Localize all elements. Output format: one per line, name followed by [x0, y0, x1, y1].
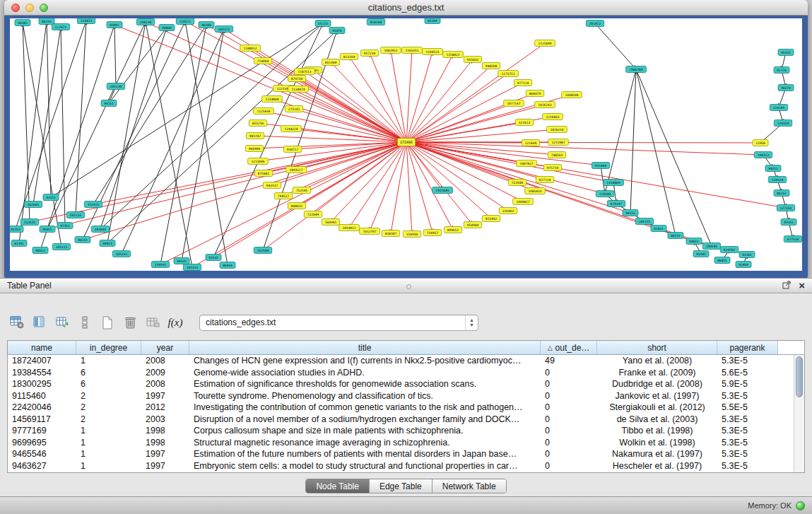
network-node[interactable]: 152915: [84, 201, 102, 208]
network-node[interactable]: 91565: [739, 252, 755, 258]
network-node[interactable]: 1160525: [423, 49, 443, 55]
table-row[interactable]: 946362711997Embryonic stem cells: a mode…: [8, 460, 794, 472]
network-node[interactable]: 96100: [199, 22, 214, 28]
network-node[interactable]: 114145: [770, 105, 787, 111]
network-node[interactable]: 1154469: [604, 180, 624, 186]
panel-resize-handle[interactable]: [406, 284, 411, 289]
column-header-title[interactable]: title: [189, 341, 541, 354]
network-node[interactable]: 124354: [774, 120, 792, 127]
network-node[interactable]: 930717: [283, 146, 301, 153]
network-node[interactable]: 275141: [285, 106, 302, 112]
network-node[interactable]: 97351: [57, 223, 73, 229]
table-row[interactable]: 946554611997Estimation of the future num…: [8, 448, 794, 460]
network-node[interactable]: 95470: [329, 28, 345, 34]
network-node[interactable]: 1915445: [433, 187, 453, 194]
network-node[interactable]: 924502: [720, 247, 738, 253]
network-node[interactable]: 95015: [40, 226, 55, 233]
network-node[interactable]: 875881: [254, 170, 272, 177]
network-node[interactable]: 679197: [607, 201, 625, 207]
network-node[interactable]: 121609: [522, 140, 539, 146]
network-node[interactable]: 105113: [52, 244, 70, 250]
network-node[interactable]: 86151: [774, 190, 789, 197]
network-node[interactable]: 94151: [765, 165, 781, 172]
network-node[interactable]: 879730: [288, 76, 305, 82]
network-node[interactable]: 942537: [263, 182, 281, 189]
network-node[interactable]: 1048508: [562, 92, 582, 98]
network-node[interactable]: 752545: [293, 187, 310, 194]
network-node[interactable]: 94235: [174, 258, 189, 264]
network-node[interactable]: 868479: [526, 90, 543, 97]
network-node[interactable]: 321613: [515, 119, 533, 126]
network-node[interactable]: 92153: [10, 226, 23, 233]
network-node[interactable]: 1125449: [535, 40, 555, 47]
column-header-name[interactable]: name: [8, 341, 76, 354]
network-node[interactable]: 96131: [75, 237, 90, 243]
network-node[interactable]: 83091: [107, 22, 122, 28]
network-node[interactable]: 748503: [548, 152, 565, 158]
network-node[interactable]: 1163251: [402, 47, 423, 54]
network-node[interactable]: 105131: [112, 251, 130, 257]
column-header-pagerank[interactable]: pagerank: [717, 341, 778, 354]
network-node[interactable]: 265371: [215, 26, 233, 33]
network-node[interactable]: 91774: [774, 67, 789, 74]
table-row[interactable]: 911546021997Tourette syndrome. Phenomeno…: [8, 390, 794, 402]
network-node[interactable]: 94155: [623, 210, 638, 216]
network-node[interactable]: 957234: [360, 50, 378, 57]
map-table-icon[interactable]: [143, 313, 163, 332]
network-node[interactable]: 1211987: [548, 139, 569, 146]
column-header-year[interactable]: year: [141, 341, 189, 354]
network-node[interactable]: 94651: [686, 238, 702, 245]
network-node[interactable]: 90513: [33, 247, 48, 254]
network-node[interactable]: 1966784: [626, 66, 647, 73]
close-panel-icon[interactable]: ×: [799, 281, 805, 291]
network-node[interactable]: 714004: [254, 58, 271, 64]
network-node[interactable]: 754957: [423, 230, 441, 236]
float-panel-icon[interactable]: [782, 280, 792, 291]
network-node[interactable]: 109313: [754, 152, 772, 158]
network-node[interactable]: 1016743: [535, 102, 555, 108]
network-node[interactable]: 818104: [367, 19, 384, 25]
network-node[interactable]: 1062952: [381, 47, 401, 54]
network-node[interactable]: 119413: [77, 18, 95, 24]
network-node[interactable]: 855256: [249, 120, 266, 127]
network-node[interactable]: 915460: [592, 163, 609, 169]
network-node[interactable]: 94913: [100, 240, 115, 247]
network-node[interactable]: 86515: [668, 233, 683, 239]
network-node[interactable]: 955832: [464, 57, 481, 63]
network-node[interactable]: 1125430: [254, 108, 274, 115]
tab-node-table[interactable]: Node Table: [306, 479, 369, 493]
network-node[interactable]: 1054911: [339, 225, 360, 231]
network-node[interactable]: 205130: [107, 83, 124, 90]
network-node[interactable]: 109545: [702, 243, 720, 250]
tab-network-table[interactable]: Network Table: [432, 479, 506, 493]
network-node[interactable]: 91655: [651, 226, 666, 232]
network-node[interactable]: 95155: [778, 49, 794, 56]
network-node[interactable]: 983747: [246, 133, 264, 139]
network-node[interactable]: 86455: [714, 257, 730, 264]
table-row[interactable]: 977716911998Corpus callosum shape and si…: [8, 425, 794, 437]
new-table-icon[interactable]: [98, 313, 117, 332]
network-node[interactable]: 86454: [220, 262, 235, 269]
column-header-in_degree[interactable]: in_degree: [76, 341, 141, 354]
network-node[interactable]: 1244224: [281, 126, 302, 132]
network-node[interactable]: 120554: [768, 177, 786, 183]
network-node[interactable]: 261472: [586, 21, 604, 27]
network-node[interactable]: 316463: [499, 208, 517, 214]
row-height-icon[interactable]: [75, 313, 95, 332]
network-node[interactable]: 915492: [482, 216, 500, 222]
network-node[interactable]: 105155: [635, 218, 653, 225]
network-node[interactable]: 1216463: [543, 114, 563, 120]
network-node[interactable]: 1007427: [517, 160, 537, 167]
network-node[interactable]: 794527: [274, 193, 292, 199]
network-node[interactable]: 152635: [20, 219, 38, 226]
network-node[interactable]: 203695: [91, 226, 109, 233]
delete-table-icon[interactable]: [120, 313, 140, 332]
network-node[interactable]: 262605: [24, 201, 42, 208]
network-node[interactable]: 81391: [11, 240, 27, 247]
column-visibility-icon[interactable]: [30, 313, 49, 332]
vertical-scrollbar[interactable]: [794, 355, 804, 472]
network-node[interactable]: 954900: [464, 222, 481, 228]
table-row[interactable]: 2242004622012Investigating the contribut…: [8, 402, 794, 414]
import-table-icon[interactable]: [52, 313, 72, 332]
table-row[interactable]: 1830029562008Estimation of significance …: [8, 378, 794, 390]
